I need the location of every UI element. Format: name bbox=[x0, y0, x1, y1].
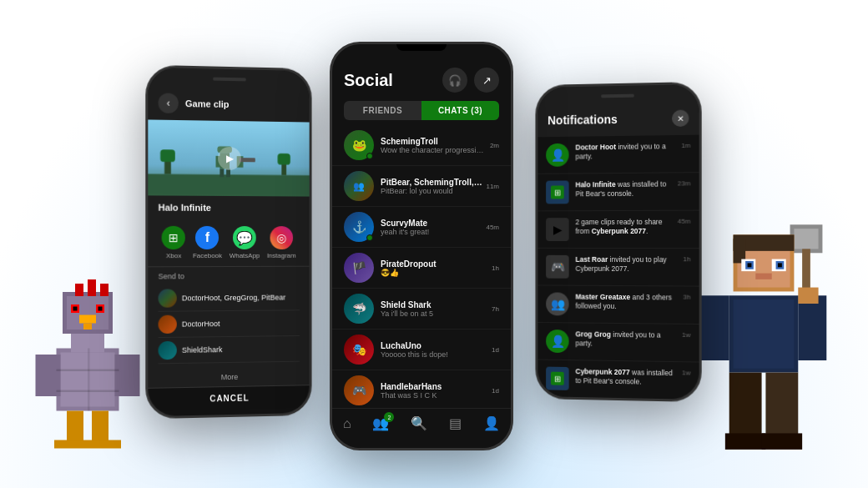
notif-text-3: 2 game clips ready to share from Cyberpu… bbox=[575, 218, 670, 236]
left-phone-header: ‹ Game clip bbox=[148, 68, 309, 123]
send-to-name-1: DoctorHoot, GregGrog, PitBear bbox=[182, 294, 285, 303]
share-xbox[interactable]: ⊞ Xbox bbox=[162, 226, 185, 259]
share-whatsapp[interactable]: 💬 WhatsApp bbox=[230, 226, 260, 259]
notif-time-3: 45m bbox=[678, 218, 691, 225]
nav-library[interactable]: ▤ bbox=[449, 415, 462, 431]
notif-main-4: Last Roar invited you to play Cyberpunk … bbox=[575, 255, 676, 274]
chat-item[interactable]: 👥 PitBear, SchemingTroll, Grog... PitBea… bbox=[332, 166, 511, 207]
play-button[interactable]: ▶ bbox=[218, 147, 241, 170]
chat-item[interactable]: 🎭 LuchaUno Yooooo this is dope! 1d bbox=[332, 330, 511, 370]
notification-item[interactable]: 👤 Doctor Hoot invited you to a party. 1m bbox=[537, 135, 699, 174]
chat-item[interactable]: 🏴 PirateDropout 😎👍 1h bbox=[332, 248, 511, 289]
share-icons-row: ⊞ Xbox f Facebook 💬 WhatsApp ◎ Instagram bbox=[148, 219, 309, 268]
send-to-item-1[interactable]: DoctorHoot, GregGrog, PitBear bbox=[159, 285, 300, 312]
close-button[interactable]: ✕ bbox=[672, 110, 689, 127]
notif-icon-4: 🎮 bbox=[546, 255, 568, 279]
notif-icon-5: 👥 bbox=[546, 292, 568, 315]
chat-time-3: 45m bbox=[486, 224, 499, 231]
chat-preview-7: That was S I C K bbox=[381, 391, 488, 400]
notifications-header: Notifications ✕ bbox=[537, 84, 699, 137]
chat-item[interactable]: 🎮 HandlebarHans That was S I C K 1d bbox=[332, 370, 511, 408]
notification-item[interactable]: ⊞ Halo Infinite was installed to Pit Bea… bbox=[537, 173, 699, 211]
cancel-button[interactable]: CANCEL bbox=[148, 385, 309, 411]
send-to-avatar-2 bbox=[159, 315, 177, 334]
headset-button[interactable]: 🎧 bbox=[442, 68, 467, 93]
svg-rect-18 bbox=[54, 440, 88, 449]
chat-info-7: HandlebarHans That was S I C K bbox=[381, 382, 488, 400]
minecraft-chicken-character bbox=[25, 254, 150, 463]
share-instagram[interactable]: ◎ Instagram bbox=[267, 226, 296, 259]
chat-avatar-3: ⚓ bbox=[344, 212, 374, 242]
svg-rect-40 bbox=[798, 295, 826, 360]
notification-item[interactable]: 🎮 Last Roar invited you to play Cyberpun… bbox=[537, 249, 699, 287]
notification-item[interactable]: 👥 Master Greataxe and 3 others followed … bbox=[537, 285, 699, 324]
share-button[interactable]: ↗ bbox=[474, 68, 499, 93]
left-phone: ‹ Game clip bbox=[145, 65, 311, 420]
chat-preview-6: Yooooo this is dope! bbox=[381, 350, 488, 359]
chat-name-5: Shield Shark bbox=[381, 300, 488, 309]
nav-home[interactable]: ⌂ bbox=[343, 416, 351, 431]
chat-name-2: PitBear, SchemingTroll, Grog... bbox=[381, 178, 482, 187]
left-phone-title: Game clip bbox=[185, 98, 230, 109]
online-indicator bbox=[366, 153, 373, 159]
chat-item[interactable]: ⚓ ScurvyMate yeah it's great! 45m bbox=[332, 207, 511, 248]
back-button[interactable]: ‹ bbox=[159, 93, 179, 113]
chat-name-3: ScurvyMate bbox=[381, 219, 482, 228]
chat-avatar-2: 👥 bbox=[344, 171, 374, 201]
chat-item[interactable]: 🦈 Shield Shark Ya i'll be on at 5 7h bbox=[332, 289, 511, 330]
send-to-avatar-3 bbox=[159, 341, 177, 360]
chat-time-7: 1d bbox=[492, 387, 499, 395]
notif-main-3: 2 game clips ready to share from Cyberpu… bbox=[575, 218, 670, 236]
notif-main-1: Doctor Hoot invited you to a party. bbox=[575, 142, 674, 162]
notif-icon-1: 👤 bbox=[546, 143, 568, 167]
bottom-nav: ⌂ 👥 2 🔍 ▤ 👤 bbox=[332, 408, 511, 448]
svg-rect-42 bbox=[729, 373, 762, 442]
svg-rect-35 bbox=[778, 263, 782, 267]
notification-item[interactable]: 👤 Grog Grog invited you to a party. 1w bbox=[537, 323, 699, 363]
chat-name-4: PirateDropout bbox=[381, 259, 488, 269]
send-to-item-2[interactable]: DoctorHoot bbox=[159, 310, 300, 338]
chat-preview-1: Wow the character progression syste... bbox=[381, 146, 487, 154]
notification-item[interactable]: ⊞ Cyberpunk 2077 was installed to Pit Be… bbox=[537, 360, 699, 400]
chat-info-5: Shield Shark Ya i'll be on at 5 bbox=[381, 300, 488, 318]
chat-info-3: ScurvyMate yeah it's great! bbox=[381, 219, 482, 236]
notif-time-6: 1w bbox=[682, 331, 690, 339]
svg-rect-17 bbox=[92, 411, 108, 445]
chat-list: 🐸 SchemingTroll Wow the character progre… bbox=[332, 125, 511, 408]
chat-info-6: LuchaUno Yooooo this is dope! bbox=[381, 341, 488, 359]
center-phone: Social 🎧 ↗ FRIENDS CHATS (3) 🐸 bbox=[330, 42, 513, 450]
notif-icon-6: 👤 bbox=[546, 330, 568, 353]
svg-rect-44 bbox=[725, 433, 766, 449]
svg-rect-9 bbox=[73, 307, 78, 311]
chat-time-6: 1d bbox=[492, 346, 499, 354]
send-to-item-3[interactable]: ShieldShark bbox=[159, 336, 300, 364]
notif-time-1: 1m bbox=[681, 142, 690, 149]
svg-rect-56 bbox=[160, 149, 175, 162]
chat-item[interactable]: 🐸 SchemingTroll Wow the character progre… bbox=[332, 125, 511, 166]
send-to-label: Send to bbox=[159, 272, 300, 281]
notification-item[interactable]: ▶ 2 game clips ready to share from Cyber… bbox=[537, 211, 699, 249]
chat-avatar-7: 🎮 bbox=[344, 375, 374, 405]
tab-friends[interactable]: FRIENDS bbox=[344, 101, 421, 120]
xbox-label: Xbox bbox=[166, 252, 181, 259]
send-to-section: Send to DoctorHoot, GregGrog, PitBear Do… bbox=[148, 267, 309, 370]
chat-time-2: 11m bbox=[486, 183, 499, 190]
chat-name-7: HandlebarHans bbox=[381, 382, 488, 391]
chat-avatar-6: 🎭 bbox=[344, 335, 374, 365]
svg-rect-52 bbox=[220, 169, 224, 177]
nav-social[interactable]: 👥 2 bbox=[372, 415, 389, 431]
library-icon: ▤ bbox=[449, 415, 462, 431]
notif-icon-3: ▶ bbox=[546, 218, 568, 241]
tab-chats[interactable]: CHATS (3) bbox=[421, 101, 499, 120]
svg-rect-47 bbox=[148, 174, 309, 196]
svg-rect-38 bbox=[734, 299, 795, 369]
notifications-title: Notifications bbox=[548, 113, 618, 127]
svg-rect-10 bbox=[98, 307, 103, 311]
nav-profile[interactable]: 👤 bbox=[483, 415, 500, 431]
chat-time-4: 1h bbox=[492, 264, 499, 272]
search-icon: 🔍 bbox=[411, 415, 427, 431]
notif-time-4: 1h bbox=[683, 255, 690, 263]
share-facebook[interactable]: f Facebook bbox=[193, 226, 222, 259]
nav-search[interactable]: 🔍 bbox=[411, 415, 427, 431]
chat-preview-5: Ya i'll be on at 5 bbox=[381, 309, 488, 318]
